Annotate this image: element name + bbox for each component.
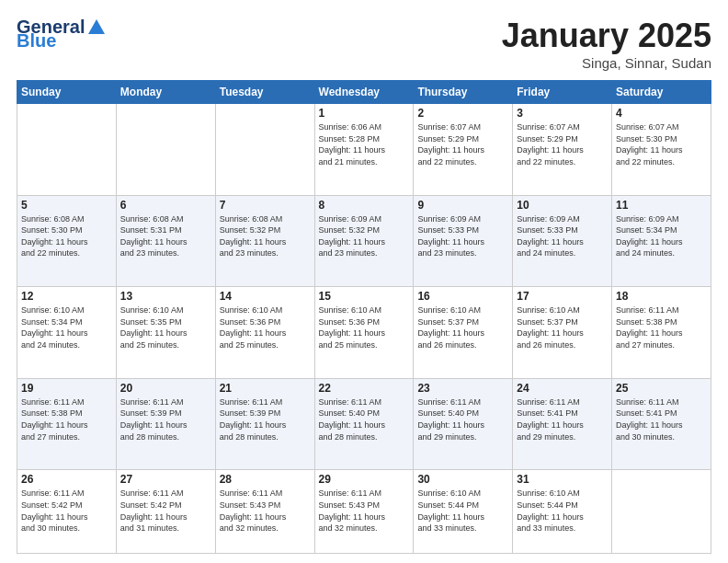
table-row: 30Sunrise: 6:10 AM Sunset: 5:44 PM Dayli…: [414, 470, 513, 554]
col-tuesday: Tuesday: [215, 81, 314, 104]
day-number: 31: [517, 473, 608, 486]
table-row: 22Sunrise: 6:11 AM Sunset: 5:40 PM Dayli…: [314, 378, 414, 470]
day-info: Sunrise: 6:08 AM Sunset: 5:30 PM Dayligh…: [21, 213, 112, 259]
table-row: 3Sunrise: 6:07 AM Sunset: 5:29 PM Daylig…: [513, 104, 612, 196]
day-info: Sunrise: 6:11 AM Sunset: 5:43 PM Dayligh…: [220, 488, 311, 534]
table-row: 27Sunrise: 6:11 AM Sunset: 5:42 PM Dayli…: [116, 470, 215, 554]
logo-icon: [86, 17, 107, 38]
day-info: Sunrise: 6:11 AM Sunset: 5:41 PM Dayligh…: [616, 396, 707, 442]
day-number: 26: [21, 473, 112, 486]
calendar-week-row: 5Sunrise: 6:08 AM Sunset: 5:30 PM Daylig…: [17, 195, 711, 287]
day-info: Sunrise: 6:11 AM Sunset: 5:41 PM Dayligh…: [517, 396, 608, 442]
day-number: 12: [21, 290, 112, 303]
calendar-week-row: 26Sunrise: 6:11 AM Sunset: 5:42 PM Dayli…: [17, 470, 711, 554]
day-number: 27: [120, 473, 211, 486]
day-info: Sunrise: 6:11 AM Sunset: 5:38 PM Dayligh…: [21, 396, 112, 442]
col-friday: Friday: [513, 81, 612, 104]
day-number: 15: [319, 290, 410, 303]
day-number: 24: [517, 382, 608, 395]
logo-area: General Blue: [17, 17, 107, 52]
table-row: 20Sunrise: 6:11 AM Sunset: 5:39 PM Dayli…: [116, 378, 215, 470]
col-monday: Monday: [116, 81, 215, 104]
day-info: Sunrise: 6:11 AM Sunset: 5:40 PM Dayligh…: [319, 396, 410, 442]
day-info: Sunrise: 6:11 AM Sunset: 5:40 PM Dayligh…: [417, 396, 508, 442]
day-info: Sunrise: 6:07 AM Sunset: 5:29 PM Dayligh…: [417, 121, 508, 167]
day-info: Sunrise: 6:09 AM Sunset: 5:34 PM Dayligh…: [616, 213, 707, 259]
day-number: 22: [319, 382, 410, 395]
day-info: Sunrise: 6:10 AM Sunset: 5:44 PM Dayligh…: [417, 488, 508, 534]
table-row: 14Sunrise: 6:10 AM Sunset: 5:36 PM Dayli…: [215, 287, 314, 379]
day-info: Sunrise: 6:11 AM Sunset: 5:42 PM Dayligh…: [120, 488, 211, 534]
day-number: 1: [319, 107, 410, 120]
svg-marker-0: [88, 19, 105, 34]
table-row: 4Sunrise: 6:07 AM Sunset: 5:30 PM Daylig…: [612, 104, 711, 196]
day-number: 14: [220, 290, 311, 303]
calendar-table: Sunday Monday Tuesday Wednesday Thursday…: [17, 80, 711, 554]
table-row: 28Sunrise: 6:11 AM Sunset: 5:43 PM Dayli…: [215, 470, 314, 554]
table-row: [612, 470, 711, 554]
calendar-week-row: 1Sunrise: 6:06 AM Sunset: 5:28 PM Daylig…: [17, 104, 711, 196]
day-number: 20: [120, 382, 211, 395]
table-row: 11Sunrise: 6:09 AM Sunset: 5:34 PM Dayli…: [612, 195, 711, 287]
day-number: 4: [616, 107, 707, 120]
day-info: Sunrise: 6:10 AM Sunset: 5:37 PM Dayligh…: [517, 304, 608, 350]
day-number: 5: [21, 199, 112, 212]
table-row: 8Sunrise: 6:09 AM Sunset: 5:32 PM Daylig…: [314, 195, 414, 287]
day-info: Sunrise: 6:10 AM Sunset: 5:36 PM Dayligh…: [319, 304, 410, 350]
day-info: Sunrise: 6:11 AM Sunset: 5:43 PM Dayligh…: [319, 488, 410, 534]
day-info: Sunrise: 6:08 AM Sunset: 5:31 PM Dayligh…: [120, 213, 211, 259]
calendar-header-row: Sunday Monday Tuesday Wednesday Thursday…: [17, 81, 711, 104]
day-number: 19: [21, 382, 112, 395]
table-row: 23Sunrise: 6:11 AM Sunset: 5:40 PM Dayli…: [414, 378, 513, 470]
day-number: 2: [417, 107, 508, 120]
day-info: Sunrise: 6:11 AM Sunset: 5:42 PM Dayligh…: [21, 488, 112, 534]
top-section: General Blue January 2025 Singa, Sinnar,…: [17, 17, 711, 71]
table-row: [17, 104, 117, 196]
day-number: 8: [319, 199, 410, 212]
day-info: Sunrise: 6:10 AM Sunset: 5:34 PM Dayligh…: [21, 304, 112, 350]
day-number: 23: [417, 382, 508, 395]
calendar-week-row: 12Sunrise: 6:10 AM Sunset: 5:34 PM Dayli…: [17, 287, 711, 379]
table-row: 25Sunrise: 6:11 AM Sunset: 5:41 PM Dayli…: [612, 378, 711, 470]
day-number: 18: [616, 290, 707, 303]
day-number: 6: [120, 199, 211, 212]
day-info: Sunrise: 6:10 AM Sunset: 5:37 PM Dayligh…: [417, 304, 508, 350]
table-row: 9Sunrise: 6:09 AM Sunset: 5:33 PM Daylig…: [414, 195, 513, 287]
day-number: 13: [120, 290, 211, 303]
table-row: 24Sunrise: 6:11 AM Sunset: 5:41 PM Dayli…: [513, 378, 612, 470]
table-row: 5Sunrise: 6:08 AM Sunset: 5:30 PM Daylig…: [17, 195, 117, 287]
day-number: 28: [220, 473, 311, 486]
table-row: 10Sunrise: 6:09 AM Sunset: 5:33 PM Dayli…: [513, 195, 612, 287]
day-info: Sunrise: 6:11 AM Sunset: 5:39 PM Dayligh…: [220, 396, 311, 442]
table-row: 12Sunrise: 6:10 AM Sunset: 5:34 PM Dayli…: [17, 287, 117, 379]
day-info: Sunrise: 6:10 AM Sunset: 5:44 PM Dayligh…: [517, 488, 608, 534]
table-row: 7Sunrise: 6:08 AM Sunset: 5:32 PM Daylig…: [215, 195, 314, 287]
day-number: 9: [417, 199, 508, 212]
day-number: 30: [417, 473, 508, 486]
day-number: 29: [319, 473, 410, 486]
day-number: 17: [517, 290, 608, 303]
month-title: January 2025: [502, 17, 711, 55]
day-number: 21: [220, 382, 311, 395]
header-right: January 2025 Singa, Sinnar, Sudan: [502, 17, 711, 71]
day-info: Sunrise: 6:09 AM Sunset: 5:32 PM Dayligh…: [319, 213, 410, 259]
table-row: 16Sunrise: 6:10 AM Sunset: 5:37 PM Dayli…: [414, 287, 513, 379]
table-row: [116, 104, 215, 196]
table-row: [215, 104, 314, 196]
day-info: Sunrise: 6:10 AM Sunset: 5:36 PM Dayligh…: [220, 304, 311, 350]
day-info: Sunrise: 6:10 AM Sunset: 5:35 PM Dayligh…: [120, 304, 211, 350]
day-info: Sunrise: 6:07 AM Sunset: 5:29 PM Dayligh…: [517, 121, 608, 167]
table-row: 31Sunrise: 6:10 AM Sunset: 5:44 PM Dayli…: [513, 470, 612, 554]
day-number: 16: [417, 290, 508, 303]
table-row: 1Sunrise: 6:06 AM Sunset: 5:28 PM Daylig…: [314, 104, 414, 196]
table-row: 29Sunrise: 6:11 AM Sunset: 5:43 PM Dayli…: [314, 470, 414, 554]
col-sunday: Sunday: [17, 81, 117, 104]
col-saturday: Saturday: [612, 81, 711, 104]
day-number: 11: [616, 199, 707, 212]
day-number: 7: [220, 199, 311, 212]
day-info: Sunrise: 6:09 AM Sunset: 5:33 PM Dayligh…: [417, 213, 508, 259]
table-row: 2Sunrise: 6:07 AM Sunset: 5:29 PM Daylig…: [414, 104, 513, 196]
day-info: Sunrise: 6:07 AM Sunset: 5:30 PM Dayligh…: [616, 121, 707, 167]
day-info: Sunrise: 6:09 AM Sunset: 5:33 PM Dayligh…: [517, 213, 608, 259]
table-row: 13Sunrise: 6:10 AM Sunset: 5:35 PM Dayli…: [116, 287, 215, 379]
